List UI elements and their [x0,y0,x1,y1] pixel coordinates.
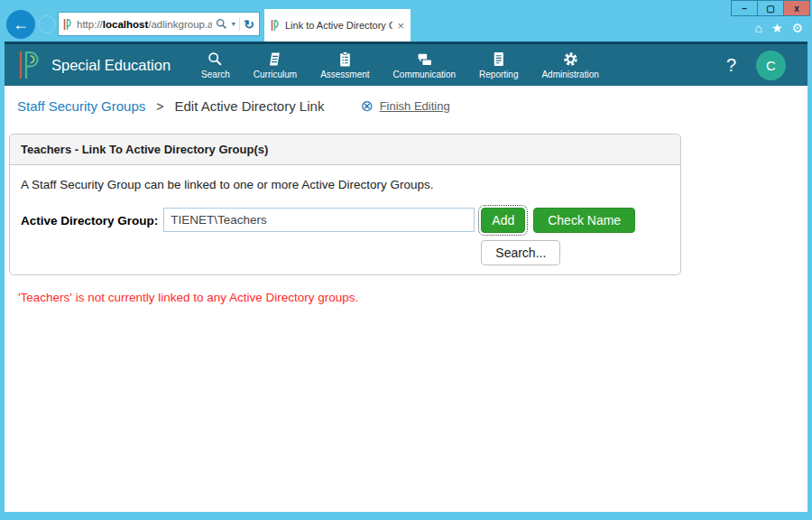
breadcrumb-parent-link[interactable]: Staff Security Groups [17,98,145,114]
reporting-document-icon [491,51,506,67]
tab-favicon [271,19,281,32]
app-header: Special Education Search Curriculum [5,42,807,86]
maximize-icon: ▢ [766,4,774,14]
url-text: http://localhost/adlinkgroup.aspx?p [77,19,212,30]
page-content: Special Education Search Curriculum [5,42,807,512]
nav-item-reporting[interactable]: Reporting [479,51,518,79]
window-controls: – ▢ x [732,0,810,16]
address-bar-icons: ▼ ↻ [216,17,254,32]
forward-arrow-icon: → [42,19,52,30]
ad-group-form-row: Active Directory Group: Add Check Name S… [21,208,669,265]
nav-item-curriculum[interactable]: Curriculum [254,51,297,79]
nav-item-communication[interactable]: Communication [393,51,456,79]
minimize-button[interactable]: – [731,0,758,16]
button-row: Add Check Name [481,208,635,233]
breadcrumb: Staff Security Groups > Edit Active Dire… [5,86,807,125]
user-avatar[interactable]: C [756,51,786,80]
finish-editing-label: Finish Editing [380,99,450,113]
administration-gear-icon [563,51,578,67]
check-name-button[interactable]: Check Name [533,208,635,233]
panel-description: A Staff Security Group can be linked to … [21,178,669,191]
address-bar[interactable]: http://localhost/adlinkgroup.aspx?p ▼ ↻ [58,12,260,36]
site-favicon [63,18,73,31]
back-arrow-icon: ← [13,15,29,34]
minimize-icon: – [742,4,747,14]
nav-label: Communication [393,70,456,79]
nav-item-assessment[interactable]: Assessment [320,51,369,79]
refresh-icon[interactable]: ↻ [239,17,254,32]
nav-label: Curriculum [254,70,297,79]
nav-item-search[interactable]: Search [201,51,230,79]
main-nav: Search Curriculum Assessment [201,51,599,79]
nav-label: Reporting [479,70,518,79]
breadcrumb-separator: > [156,99,163,114]
assessment-clipboard-icon [337,51,353,67]
nav-label: Administration [541,70,598,79]
panel-title: Teachers - Link To Active Directory Grou… [10,135,680,165]
ad-group-label: Active Directory Group: [21,208,158,228]
status-message: 'Teachers' is not currently linked to an… [18,291,807,304]
close-icon: x [794,4,799,14]
tab-title: Link to Active Directory Gro... [285,20,392,31]
app-title: Special Education [51,57,171,74]
communication-chat-icon [417,51,432,67]
circled-x-icon: ⊗ [360,98,373,114]
nav-label: Search [201,70,230,79]
browser-chrome: ← → http://localhost/adlinkgroup.aspx?p … [0,0,812,42]
url-dropdown-caret-icon[interactable]: ▼ [230,21,236,27]
search-nav-icon [208,51,223,67]
curriculum-book-icon [267,51,282,67]
app-logo [18,51,40,79]
browser-quick-icons: ⌂ ★ ⚙ [754,22,803,34]
add-button[interactable]: Add [481,208,525,233]
forward-button[interactable]: → [38,15,56,33]
tools-gear-icon[interactable]: ⚙ [791,22,803,34]
browser-tab[interactable]: Link to Active Directory Gro... × [264,9,411,42]
button-area: Add Check Name Search... [481,208,635,265]
search-button[interactable]: Search... [481,240,560,265]
help-button[interactable]: ? [726,55,736,76]
page-title: Edit Active Directory Link [174,98,324,114]
finish-editing-link[interactable]: ⊗ Finish Editing [360,98,449,114]
tab-close-icon[interactable]: × [397,19,404,32]
panel-body: A Staff Security Group can be linked to … [10,165,680,274]
home-icon[interactable]: ⌂ [754,22,761,34]
search-icon[interactable] [216,18,227,30]
back-button[interactable]: ← [6,10,35,39]
link-panel: Teachers - Link To Active Directory Grou… [9,134,681,275]
maximize-button[interactable]: ▢ [757,0,784,16]
nav-item-administration[interactable]: Administration [541,51,598,79]
nav-label: Assessment [320,70,369,79]
ad-group-input[interactable] [163,208,475,232]
favorites-star-icon[interactable]: ★ [771,22,783,34]
close-button[interactable]: x [783,0,810,16]
